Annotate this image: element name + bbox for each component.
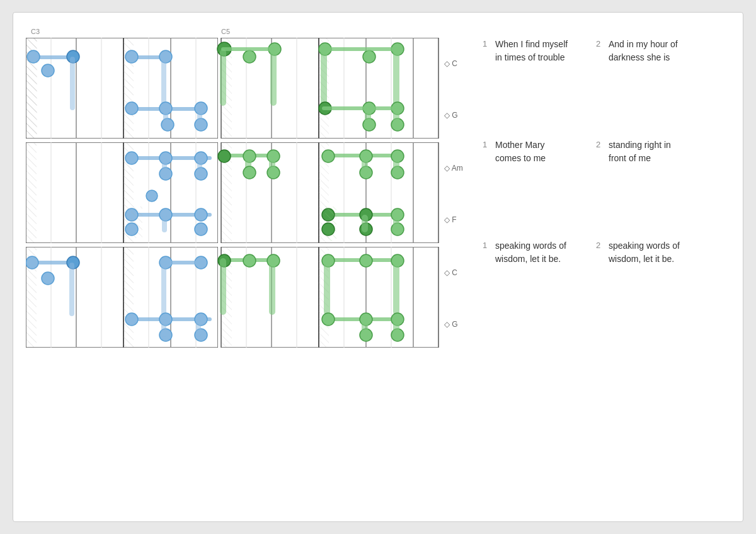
svg-point-174: [360, 254, 372, 267]
svg-rect-3: [26, 38, 218, 139]
svg-rect-60: [365, 108, 371, 127]
svg-rect-61: [393, 108, 399, 127]
svg-point-18: [125, 50, 138, 63]
lyric-number-3: 1: [483, 139, 491, 149]
svg-rect-51: [322, 47, 401, 51]
lyric-text-1-1: When I find myself in times of trouble: [495, 38, 571, 64]
lyric-group-2-2: 2 standing right in front of me: [596, 139, 709, 165]
svg-rect-184: [362, 319, 368, 337]
svg-point-84: [195, 208, 207, 221]
svg-rect-88: [162, 215, 167, 232]
svg-rect-136: [123, 247, 134, 347]
svg-point-15: [27, 50, 40, 63]
svg-rect-153: [196, 319, 201, 337]
svg-rect-176: [324, 258, 330, 315]
lyric-text-1-2: And in my hour of darkness she is: [609, 38, 684, 64]
note-label-f: ◇ F: [444, 215, 476, 224]
svg-point-122: [322, 223, 335, 236]
lyric-group-3-2: 2 speaking words of wisdom, let it be.: [596, 239, 709, 266]
lyric-text-2-2: standing right in front of me: [609, 139, 684, 165]
svg-rect-79: [197, 158, 202, 176]
svg-rect-177: [393, 258, 399, 315]
svg-rect-28: [163, 108, 168, 127]
svg-point-80: [146, 190, 158, 202]
svg-rect-143: [69, 263, 74, 316]
svg-point-87: [195, 223, 207, 236]
lyric-group-1-1: 1 When I find myself in times of trouble: [483, 38, 596, 64]
lyric-row-3: 1 speaking words of wisdom, let it be. 2…: [483, 233, 736, 334]
svg-rect-46: [270, 49, 277, 106]
svg-point-23: [125, 102, 138, 115]
svg-rect-142: [161, 261, 204, 264]
svg-rect-116: [393, 156, 399, 174]
svg-rect-125: [362, 215, 368, 232]
notation-row-1: ◇ C ◇ G: [26, 38, 476, 141]
lyric-number-2: 2: [596, 38, 605, 48]
c5-label: C5: [221, 28, 230, 35]
svg-rect-70: [26, 143, 37, 242]
svg-rect-126: [393, 215, 399, 232]
svg-point-110: [322, 150, 335, 162]
lyric-text-3-2: speaking words of wisdom, let it be.: [609, 239, 684, 266]
svg-rect-59: [322, 106, 401, 110]
lyric-group-3-1: 1 speaking words of wisdom, let it be.: [483, 239, 596, 266]
lyric-number-5: 1: [483, 239, 491, 250]
svg-rect-20: [70, 57, 75, 110]
svg-row-3: [26, 247, 442, 350]
svg-point-147: [125, 313, 138, 326]
svg-rect-144: [161, 263, 166, 316]
svg-point-43: [243, 50, 256, 63]
lyric-row-2: 1 Mother Mary comes to me 2 standing rig…: [483, 132, 736, 233]
note-label-g: ◇ G: [444, 111, 476, 120]
svg-point-102: [218, 150, 231, 162]
notation-row-2: ◇ Am ◇ F: [26, 142, 476, 246]
svg-point-86: [125, 223, 138, 236]
note-labels-row3: ◇ C ◇ G: [442, 247, 476, 350]
note-labels-row2: ◇ Am ◇ F: [442, 142, 476, 246]
note-label-am: ◇ Am: [444, 164, 476, 173]
notation-row-3: ◇ C ◇ G: [26, 247, 476, 350]
lyric-text-2-1: Mother Mary comes to me: [495, 139, 571, 165]
svg-point-16: [42, 64, 54, 77]
svg-rect-78: [162, 158, 167, 176]
svg-rect-53: [393, 49, 399, 106]
svg-point-145: [42, 272, 54, 285]
notation-area: C3 C5: [26, 25, 476, 509]
svg-rect-52: [321, 49, 327, 106]
svg-rect-108: [269, 156, 275, 174]
svg-rect-152: [161, 319, 166, 337]
lyric-number-6: 2: [596, 239, 605, 250]
text-area: 1 When I find myself in times of trouble…: [476, 25, 736, 509]
svg-rect-47: [221, 47, 275, 51]
lyric-number-1: 1: [483, 38, 491, 48]
svg-rect-45: [220, 49, 226, 106]
svg-rect-171: [269, 258, 275, 315]
svg-point-138: [26, 256, 38, 269]
svg-rect-29: [197, 108, 202, 127]
svg-row-2: [26, 142, 442, 246]
svg-rect-115: [362, 156, 368, 174]
lyric-text-3-1: speaking words of wisdom, let it be.: [495, 239, 571, 266]
svg-point-73: [125, 152, 138, 164]
svg-point-49: [363, 50, 375, 63]
note-label-g2: ◇ G: [444, 320, 476, 329]
svg-row-1a: [26, 38, 442, 141]
note-label-c: ◇ C: [444, 59, 476, 68]
svg-point-168: [243, 254, 256, 267]
note-label-c2: ◇ C: [444, 268, 476, 277]
lyric-group-1-2: 2 And in my hour of darkness she is: [596, 38, 709, 64]
note-labels-row1: ◇ C ◇ G: [442, 38, 476, 141]
svg-point-179: [322, 313, 335, 326]
octave-labels: C3 C5: [26, 25, 442, 38]
lyric-group-2-1: 1 Mother Mary comes to me: [483, 139, 596, 165]
main-page: C3 C5: [13, 12, 743, 522]
svg-point-106: [243, 166, 256, 179]
svg-rect-170: [220, 258, 226, 315]
lyric-row-1: 1 When I find myself in times of trouble…: [483, 31, 736, 132]
c3-label: C3: [31, 28, 40, 35]
svg-rect-185: [393, 319, 399, 337]
lyric-number-4: 2: [596, 139, 605, 149]
